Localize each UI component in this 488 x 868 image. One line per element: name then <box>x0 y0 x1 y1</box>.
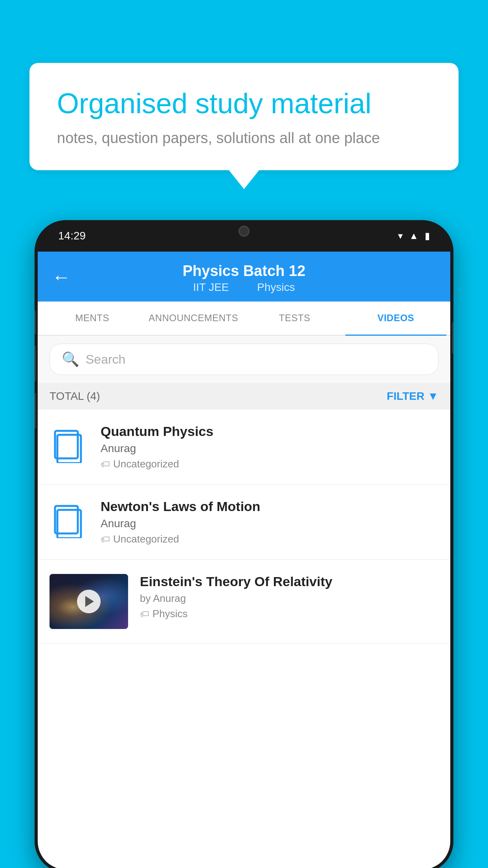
document-icon <box>50 499 89 542</box>
filter-button[interactable]: FILTER ▼ <box>387 390 438 403</box>
tabs-bar: MENTS ANNOUNCEMENTS TESTS VIDEOS <box>38 302 450 336</box>
video-author: Anurag <box>101 442 438 455</box>
video-tag: 🏷 Physics <box>140 608 438 620</box>
video-title: Quantum Physics <box>101 424 438 439</box>
video-thumbnail <box>50 574 128 629</box>
volume-up-button <box>35 346 36 381</box>
camera-icon <box>238 226 250 237</box>
back-button[interactable]: ← <box>52 266 71 287</box>
tab-videos[interactable]: VIDEOS <box>345 302 447 336</box>
list-item-content: Einstein's Theory Of Relativity by Anura… <box>140 574 438 620</box>
tab-announcements[interactable]: ANNOUNCEMENTS <box>143 302 244 336</box>
headline: Organised study material <box>57 86 431 120</box>
notch <box>209 220 279 244</box>
status-bar: 14:29 ▾ ▲ ▮ <box>35 220 453 252</box>
total-count: TOTAL (4) <box>50 390 100 403</box>
video-author: by Anurag <box>140 592 438 605</box>
power-button <box>452 322 453 354</box>
subtitle-iitjee: IIT JEE <box>193 281 229 293</box>
phone-frame: 14:29 ▾ ▲ ▮ ← Physics Batch 12 IIT JEE P… <box>35 220 453 868</box>
signal-icon: ▲ <box>409 230 418 241</box>
tab-ments[interactable]: MENTS <box>42 302 143 336</box>
search-placeholder: Search <box>86 352 125 367</box>
subtitle-physics: Physics <box>257 281 295 293</box>
speech-bubble-container: Organised study material notes, question… <box>29 63 459 170</box>
search-bar-container: 🔍 Search <box>38 336 450 383</box>
play-icon <box>85 596 94 607</box>
speech-bubble: Organised study material notes, question… <box>29 63 459 170</box>
video-title: Einstein's Theory Of Relativity <box>140 574 438 589</box>
phone-screen: ← Physics Batch 12 IIT JEE Physics MENTS… <box>38 252 450 868</box>
video-title: Newton's Laws of Motion <box>101 499 438 514</box>
volume-down-button <box>35 393 36 428</box>
subtext: notes, question papers, solutions all at… <box>57 130 431 147</box>
status-icons: ▾ ▲ ▮ <box>398 230 430 241</box>
tag-label: Uncategorized <box>113 533 179 545</box>
video-author: Anurag <box>101 517 438 530</box>
volume-silent-button <box>35 311 36 334</box>
list-item-content: Quantum Physics Anurag 🏷 Uncategorized <box>101 424 438 470</box>
filter-icon: ▼ <box>427 390 438 403</box>
play-button[interactable] <box>77 590 101 613</box>
tag-label: Physics <box>152 608 188 620</box>
tag-label: Uncategorized <box>113 458 179 470</box>
app-header: ← Physics Batch 12 IIT JEE Physics <box>38 252 450 302</box>
tag-icon: 🏷 <box>140 609 149 620</box>
filter-label: FILTER <box>387 390 424 403</box>
filter-bar: TOTAL (4) FILTER ▼ <box>38 383 450 410</box>
document-icon <box>50 424 89 467</box>
list-item[interactable]: Quantum Physics Anurag 🏷 Uncategorized <box>38 410 450 485</box>
battery-icon: ▮ <box>425 230 430 241</box>
page-subtitle: IIT JEE Physics <box>53 281 435 294</box>
list-item-content: Newton's Laws of Motion Anurag 🏷 Uncateg… <box>101 499 438 545</box>
video-tag: 🏷 Uncategorized <box>101 533 438 545</box>
search-input-wrapper[interactable]: 🔍 Search <box>50 344 438 375</box>
search-icon: 🔍 <box>62 351 79 368</box>
page-title: Physics Batch 12 <box>53 263 435 280</box>
wifi-icon: ▾ <box>398 230 403 241</box>
tag-icon: 🏷 <box>101 459 110 470</box>
list-item[interactable]: Newton's Laws of Motion Anurag 🏷 Uncateg… <box>38 485 450 560</box>
tag-icon: 🏷 <box>101 534 110 545</box>
list-item[interactable]: Einstein's Theory Of Relativity by Anura… <box>38 560 450 644</box>
video-list: Quantum Physics Anurag 🏷 Uncategorized <box>38 410 450 644</box>
tab-tests[interactable]: TESTS <box>244 302 345 336</box>
status-time: 14:29 <box>58 230 86 242</box>
video-tag: 🏷 Uncategorized <box>101 458 438 470</box>
